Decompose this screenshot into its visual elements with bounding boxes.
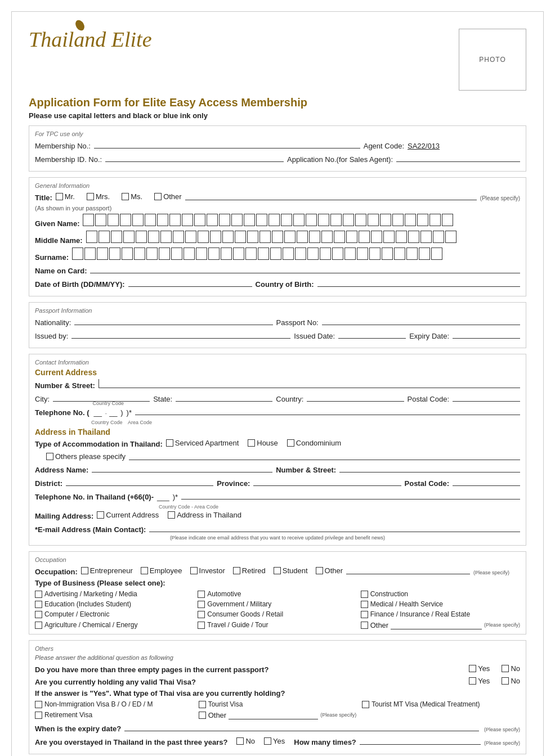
biz-education[interactable]: Education (Includes Student) — [35, 600, 194, 608]
membership-id-field[interactable] — [105, 153, 284, 162]
contact-label: Contact Information — [35, 359, 520, 366]
expiry-date-field[interactable] — [124, 722, 479, 731]
occ-entrepreneur[interactable]: Entrepreneur — [81, 566, 133, 575]
occ-investor[interactable]: Investor — [190, 566, 225, 575]
tpc-label: For TPC use only — [35, 130, 520, 137]
leaf-icon — [74, 19, 86, 32]
expiry-field[interactable] — [453, 330, 520, 339]
tel-th-field[interactable] — [181, 490, 520, 500]
province-field[interactable] — [253, 477, 401, 486]
district-field[interactable] — [66, 477, 213, 486]
address-name-field[interactable] — [92, 464, 272, 472]
dob-field[interactable] — [128, 278, 252, 287]
occ-retired[interactable]: Retired — [233, 566, 266, 575]
biz-medical[interactable]: Medical / Health Service — [361, 600, 520, 608]
overstayed-yes[interactable]: Yes — [264, 737, 285, 745]
title-mr[interactable]: Mr. — [56, 192, 75, 201]
q2-no[interactable]: No — [502, 677, 520, 685]
title-other-field[interactable] — [185, 191, 477, 200]
passport-no-field[interactable] — [322, 316, 520, 325]
tel-th-note: Country Code - Area Code — [159, 504, 520, 510]
visa-retirement[interactable]: Retirement Visa — [35, 710, 193, 719]
other-checkbox[interactable] — [154, 193, 162, 200]
email-field[interactable] — [149, 523, 520, 532]
accommodation-house[interactable]: House — [248, 439, 278, 447]
biz-consumer[interactable]: Consumer Goods / Retail — [198, 610, 357, 618]
header: Thailand Elite PHOTO — [29, 29, 526, 91]
others-specify-check[interactable]: Others please specify — [46, 452, 126, 461]
number-street-field[interactable] — [99, 379, 520, 388]
accommodation-serviced[interactable]: Serviced Apartment — [166, 439, 239, 447]
title-mrs[interactable]: Mrs. — [87, 192, 110, 201]
postal2-label: Postal Code: — [405, 479, 449, 488]
postal-field[interactable] — [453, 393, 520, 402]
surname-row: Surname: — [35, 248, 520, 262]
ms-checkbox[interactable] — [122, 193, 129, 200]
biz-travel[interactable]: Travel / Guide / Tour — [198, 620, 357, 629]
others-specify-field[interactable] — [129, 451, 520, 460]
q2-yes[interactable]: Yes — [469, 677, 490, 685]
accommodation-condo[interactable]: Condominium — [287, 439, 341, 447]
biz-automotive[interactable]: Automotive — [198, 590, 357, 598]
number-street2-field[interactable] — [339, 464, 520, 472]
how-many-label: How many times? — [294, 738, 356, 746]
nationality-field[interactable] — [74, 316, 272, 325]
visa-tourist-mt[interactable]: Tourist MT Visa (Medical Treatment) — [362, 700, 520, 708]
expiry-note: (Please specify) — [484, 727, 520, 732]
student-label: Student — [283, 566, 308, 575]
number-street-row: Number & Street: — [35, 379, 520, 390]
issued-by-label: Issued by: — [35, 332, 68, 340]
mr-checkbox[interactable] — [56, 193, 63, 200]
application-form: Thailand Elite PHOTO Application Form fo… — [11, 11, 544, 756]
membership-no-field[interactable] — [94, 140, 360, 148]
visa-grid: Non-Immigration Visa B / O / ED / M Tour… — [35, 700, 520, 719]
overstayed-no[interactable]: No — [236, 737, 255, 745]
mailing-label: Mailing Address: — [35, 512, 93, 520]
title-other[interactable]: Other — [154, 192, 182, 201]
occ-employee[interactable]: Employee — [141, 566, 182, 575]
photo-label: PHOTO — [479, 56, 505, 64]
how-many-field[interactable] — [360, 736, 481, 745]
others-specify-label: Others please specify — [55, 452, 126, 461]
biz-other[interactable]: Other (Please specify) — [361, 620, 520, 629]
postal2-field[interactable] — [453, 477, 520, 486]
visa-tourist[interactable]: Tourist Visa — [199, 700, 357, 708]
biz-construction[interactable]: Construction — [361, 590, 520, 598]
tel-field[interactable] — [135, 406, 520, 415]
address-thailand-title: Address in Thailand — [35, 428, 520, 436]
country-birth-field[interactable] — [317, 278, 520, 287]
biz-finance[interactable]: Finance / Insurance / Real Estate — [361, 610, 520, 618]
title-label: Title: — [35, 194, 52, 202]
visa-nonimmig[interactable]: Non-Immigration Visa B / O / ED / M — [35, 700, 193, 708]
application-no-field[interactable] — [396, 153, 520, 162]
visa-other[interactable]: Other (Please specify) — [199, 710, 357, 719]
mrs-checkbox[interactable] — [87, 193, 94, 200]
biz-computer[interactable]: Computer / Electronic — [35, 610, 194, 618]
mailing-thailand[interactable]: Address in Thailand — [168, 511, 241, 519]
name-card-field[interactable] — [90, 264, 520, 273]
biz-advertising[interactable]: Advertising / Marketing / Media — [35, 590, 194, 598]
biz-agriculture[interactable]: Agriculture / Chemical / Energy — [35, 620, 194, 629]
mailing-current[interactable]: Current Address — [97, 511, 159, 519]
given-name-row: Given Name: — [35, 214, 520, 228]
how-many-note: (Please specify) — [484, 740, 520, 746]
district-label: District: — [35, 479, 62, 488]
occ-student[interactable]: Student — [274, 566, 308, 575]
occ-other[interactable]: Other — [316, 566, 343, 575]
occ-other-field[interactable] — [346, 565, 470, 574]
q1-row: Do you have more than three empty pages … — [35, 664, 520, 674]
issued-by-field[interactable] — [71, 330, 290, 339]
q1-yes[interactable]: Yes — [469, 664, 490, 673]
title-ms[interactable]: Ms. — [122, 192, 142, 201]
q1-no[interactable]: No — [502, 664, 520, 673]
application-no-label: Application No.(for Sales Agent): — [287, 155, 393, 164]
others-specify-row: Others please specify — [46, 451, 520, 461]
country-field[interactable] — [307, 393, 404, 402]
logo-text: Thailand Elite — [29, 28, 152, 51]
nationality-label: Nationality: — [35, 318, 71, 327]
state-field[interactable] — [176, 393, 272, 402]
yes-label: Yes — [478, 664, 490, 673]
tpc-row2: Membership ID. No.: Application No.(for … — [35, 153, 520, 164]
biz-government[interactable]: Government / Military — [198, 600, 357, 608]
issued-date-field[interactable] — [338, 330, 406, 339]
